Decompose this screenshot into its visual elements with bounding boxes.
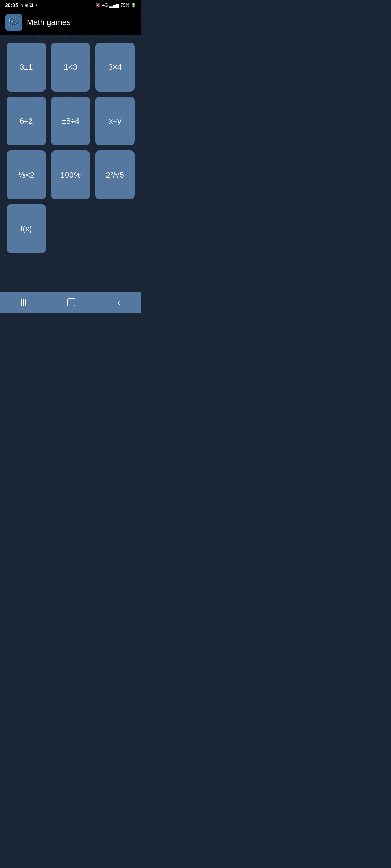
signal-bars: ▂▄▆ bbox=[109, 3, 119, 8]
dot-indicator: • bbox=[35, 3, 37, 8]
game-button-comparison[interactable]: 1<3 bbox=[51, 43, 91, 92]
recents-icon bbox=[21, 299, 26, 306]
main-content: 3±11<33×46÷2±8÷4x+y⅓<2100%2²/√5f(x) bbox=[0, 35, 141, 292]
nav-bar: ‹ bbox=[0, 292, 141, 313]
game-button-power-root[interactable]: 2²/√5 bbox=[95, 150, 135, 199]
app-icon: 7 2 11 5 4 3 bbox=[5, 14, 22, 31]
svg-text:3: 3 bbox=[16, 23, 17, 25]
home-icon bbox=[67, 298, 75, 306]
game-button-multiplication[interactable]: 3×4 bbox=[95, 43, 135, 92]
app-bar: 7 2 11 5 4 3 Math games bbox=[0, 10, 141, 35]
svg-text:5: 5 bbox=[9, 23, 10, 25]
game-button-division[interactable]: 6÷2 bbox=[7, 97, 46, 145]
game-button-fraction-comparison[interactable]: ⅓<2 bbox=[7, 150, 46, 199]
svg-text:2: 2 bbox=[9, 19, 10, 21]
status-left: 20:05 ⁻/ ◉ 🖼 • bbox=[5, 2, 37, 8]
status-right: 🔇 4G ▂▄▆ 79% 🔋 bbox=[95, 3, 136, 8]
game-button-algebra[interactable]: x+y bbox=[95, 97, 135, 145]
game-button-addition-subtraction[interactable]: 3±1 bbox=[7, 43, 46, 92]
battery-label: 79% bbox=[121, 3, 129, 8]
mute-icon: 🔇 bbox=[95, 3, 101, 8]
network-label: 4G bbox=[102, 3, 108, 8]
status-bar: 20:05 ⁻/ ◉ 🖼 • 🔇 4G ▂▄▆ 79% 🔋 bbox=[0, 0, 141, 10]
svg-text:4: 4 bbox=[13, 25, 14, 27]
status-time: 20:05 bbox=[5, 2, 18, 8]
svg-text:11: 11 bbox=[16, 19, 18, 21]
game-button-signed-division[interactable]: ±8÷4 bbox=[51, 97, 91, 145]
back-icon: ‹ bbox=[117, 298, 120, 307]
recents-button[interactable] bbox=[14, 298, 33, 307]
home-button[interactable] bbox=[60, 297, 83, 308]
back-button[interactable]: ‹ bbox=[110, 297, 127, 308]
app-title: Math games bbox=[27, 18, 71, 27]
signal-icons: ⁻/ ◉ 🖼 bbox=[20, 3, 33, 8]
games-grid: 3±11<33×46÷2±8÷4x+y⅓<2100%2²/√5f(x) bbox=[7, 43, 135, 253]
svg-text:7: 7 bbox=[12, 21, 13, 23]
battery-icon: 🔋 bbox=[131, 3, 136, 8]
game-button-percentage[interactable]: 100% bbox=[51, 150, 91, 199]
game-button-functions[interactable]: f(x) bbox=[7, 204, 46, 253]
